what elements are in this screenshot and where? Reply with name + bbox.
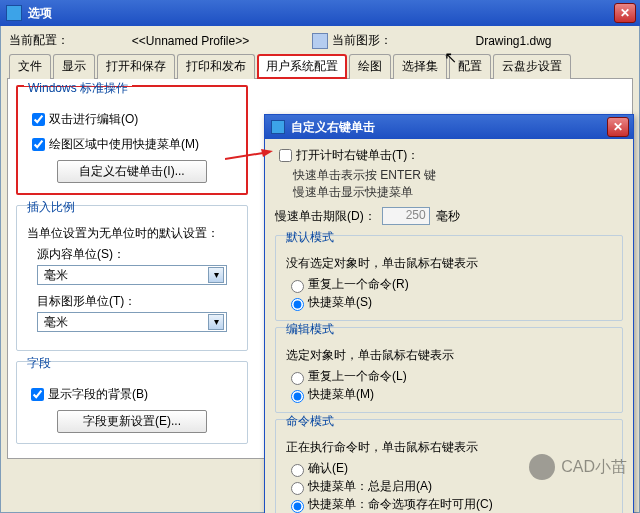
fs1-r2-label: 快捷菜单(S) xyxy=(308,294,372,311)
field-update-settings-button[interactable]: 字段更新设置(E)... xyxy=(57,410,207,433)
radio-shortcut-m[interactable]: 快捷菜单(M) xyxy=(286,386,612,403)
tgt-unit-select[interactable]: 毫米 ▾ xyxy=(37,312,227,332)
group2-legend: 插入比例 xyxy=(23,199,79,205)
group3-chk-label: 显示字段的背景(B) xyxy=(48,386,148,403)
current-config-label: 当前配置： xyxy=(9,32,69,49)
watermark-text: CAD小苗 xyxy=(561,457,627,478)
fs3-r2-label: 快捷菜单：总是启用(A) xyxy=(308,478,432,495)
current-drawing-label: 当前图形： xyxy=(332,32,392,49)
fs2-legend: 编辑模式 xyxy=(282,321,338,325)
dlg-line3: 慢速单击显示快捷菜单 xyxy=(293,184,623,201)
current-drawing-value: Drawing1.dwg xyxy=(396,34,631,48)
current-config-value: <<Unnamed Profile>> xyxy=(73,34,308,48)
fs3-r3-label: 快捷菜单：命令选项存在时可用(C) xyxy=(308,496,493,513)
dialog-close-icon[interactable]: ✕ xyxy=(607,117,629,137)
fs2-r1-label: 重复上一个命令(L) xyxy=(308,368,407,385)
tab-cloud[interactable]: 云盘步设置 xyxy=(493,54,571,79)
fs-edit-mode: 编辑模式 选定对象时，单击鼠标右键表示 重复上一个命令(L) 快捷菜单(M) xyxy=(275,327,623,413)
watermark: CAD小苗 xyxy=(529,454,627,480)
slow-label: 慢速单击期限(D)： xyxy=(275,208,376,225)
fs1-r1-label: 重复上一个命令(R) xyxy=(308,276,409,293)
chk-rclick-menu-box[interactable] xyxy=(32,138,45,151)
tab-open-save[interactable]: 打开和保存 xyxy=(97,54,175,79)
group1-legend: Windows 标准操作 xyxy=(24,80,132,86)
group-windows-standard: Windows 标准操作 双击进行编辑(O) 绘图区域中使用快捷菜单(M) 自定… xyxy=(16,85,248,195)
radio-repeat-last-r[interactable]: 重复上一个命令(R) xyxy=(286,276,612,293)
group-insert-scale: 插入比例 当单位设置为无单位时的默认设置： 源内容单位(S)： 毫米 ▾ 目标图… xyxy=(16,205,248,351)
src-unit-value: 毫米 xyxy=(40,267,208,284)
chk-timed-rclick-box[interactable] xyxy=(279,149,292,162)
radio-repeat-last-r-input[interactable] xyxy=(291,280,304,293)
tab-file[interactable]: 文件 xyxy=(9,54,51,79)
drawing-icon xyxy=(312,33,328,49)
app-icon xyxy=(6,5,22,21)
tab-user-system[interactable]: 用户系统配置 xyxy=(257,54,347,79)
src-unit-label: 源内容单位(S)： xyxy=(27,246,237,263)
slow-value-input[interactable]: 250 xyxy=(382,207,430,225)
chk-timed-label: 打开计时右键单击(T)： xyxy=(296,147,419,164)
radio-shortcut-m-input[interactable] xyxy=(291,390,304,403)
tgt-unit-value: 毫米 xyxy=(40,314,208,331)
dialog-title: 自定义右键单击 xyxy=(291,119,607,136)
fs1-desc: 没有选定对象时，单击鼠标右键表示 xyxy=(286,255,612,272)
chk-timed-rclick[interactable]: 打开计时右键单击(T)： xyxy=(275,147,623,165)
fs1-legend: 默认模式 xyxy=(282,229,338,233)
radio-shortcut-s-input[interactable] xyxy=(291,298,304,311)
chk-doubleclick-edit-box[interactable] xyxy=(32,113,45,126)
slow-click-row: 慢速单击期限(D)： 250 毫秒 xyxy=(275,207,623,225)
fs2-r2-label: 快捷菜单(M) xyxy=(308,386,374,403)
radio-confirm-e-input[interactable] xyxy=(291,464,304,477)
tab-display[interactable]: 显示 xyxy=(53,54,95,79)
radio-shortcut-options-c[interactable]: 快捷菜单：命令选项存在时可用(C) xyxy=(286,496,612,513)
chk1-label: 双击进行编辑(O) xyxy=(49,111,138,128)
config-line: 当前配置： <<Unnamed Profile>> 当前图形： Drawing1… xyxy=(7,30,633,53)
group2-desc: 当单位设置为无单位时的默认设置： xyxy=(27,225,237,242)
chk2-label: 绘图区域中使用快捷菜单(M) xyxy=(49,136,199,153)
chevron-down-icon-2[interactable]: ▾ xyxy=(208,314,224,330)
chk-show-field-bg[interactable]: 显示字段的背景(B) xyxy=(27,385,237,404)
group3-legend: 字段 xyxy=(23,355,55,361)
main-titlebar: 选项 ✕ xyxy=(0,0,640,26)
radio-shortcut-options-c-input[interactable] xyxy=(291,500,304,513)
chevron-down-icon[interactable]: ▾ xyxy=(208,267,224,283)
fs-default-mode: 默认模式 没有选定对象时，单击鼠标右键表示 重复上一个命令(R) 快捷菜单(S) xyxy=(275,235,623,321)
tab-print-publish[interactable]: 打印和发布 xyxy=(177,54,255,79)
cursor-icon: ↖ xyxy=(444,48,457,67)
group-fields: 字段 显示字段的背景(B) 字段更新设置(E)... xyxy=(16,361,248,444)
radio-repeat-last-l[interactable]: 重复上一个命令(L) xyxy=(286,368,612,385)
fs2-desc: 选定对象时，单击鼠标右键表示 xyxy=(286,347,612,364)
dialog-icon xyxy=(271,120,285,134)
radio-shortcut-s[interactable]: 快捷菜单(S) xyxy=(286,294,612,311)
custom-rclick-button[interactable]: 自定义右键单击(I)... xyxy=(57,160,207,183)
tab-selection[interactable]: 选择集 xyxy=(393,54,447,79)
tab-draw[interactable]: 绘图 xyxy=(349,54,391,79)
main-content: 当前配置： <<Unnamed Profile>> 当前图形： Drawing1… xyxy=(0,26,640,513)
dialog-titlebar: 自定义右键单击 ✕ xyxy=(265,115,633,139)
radio-shortcut-always-a-input[interactable] xyxy=(291,482,304,495)
main-title: 选项 xyxy=(28,5,614,22)
chk-doubleclick-edit[interactable]: 双击进行编辑(O) xyxy=(28,110,236,129)
tab-strip: 文件 显示 打开和保存 打印和发布 用户系统配置 绘图 选择集 配置 云盘步设置 xyxy=(7,53,633,79)
fs3-legend: 命令模式 xyxy=(282,413,338,417)
tgt-unit-label: 目标图形单位(T)： xyxy=(27,293,237,310)
main-close-icon[interactable]: ✕ xyxy=(614,3,636,23)
chk-show-field-bg-box[interactable] xyxy=(31,388,44,401)
src-unit-select[interactable]: 毫米 ▾ xyxy=(37,265,227,285)
dlg-line2: 快速单击表示按 ENTER 键 xyxy=(293,167,623,184)
chk-rclick-menu[interactable]: 绘图区域中使用快捷菜单(M) xyxy=(28,135,236,154)
radio-repeat-last-l-input[interactable] xyxy=(291,372,304,385)
radio-shortcut-always-a[interactable]: 快捷菜单：总是启用(A) xyxy=(286,478,612,495)
watermark-icon xyxy=(529,454,555,480)
fs3-r1-label: 确认(E) xyxy=(308,460,348,477)
slow-unit: 毫秒 xyxy=(436,208,460,225)
